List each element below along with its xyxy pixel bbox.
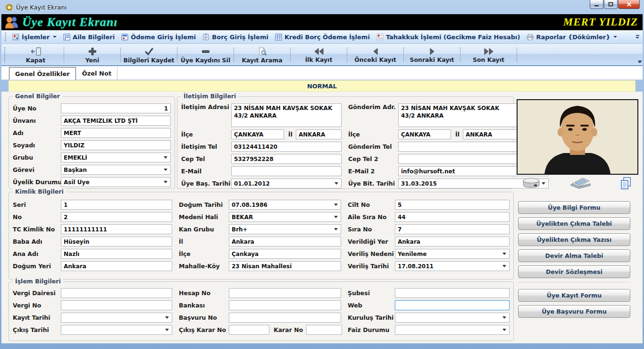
mahalle-koy-input[interactable] xyxy=(229,261,341,271)
field-label: Üyelik Durumu xyxy=(13,179,61,186)
verilis-nedeni-combobox[interactable]: Yenileme xyxy=(395,249,510,259)
field-label: Medeni Hali xyxy=(179,213,229,221)
seri-input[interactable] xyxy=(61,200,172,210)
bilgileri-kaydet-button[interactable]: Bilgileri Kaydet xyxy=(121,44,176,65)
vergi-dairesi-input[interactable] xyxy=(61,288,172,298)
il1-input[interactable] xyxy=(296,129,342,139)
toolbar-separator xyxy=(403,47,404,62)
baba-adi-input[interactable] xyxy=(61,237,172,247)
son-kayit-button[interactable]: Son Kayıt xyxy=(461,44,516,65)
menu-aile-bilgileri[interactable]: Aile Bilgileri xyxy=(60,32,118,42)
il-input[interactable] xyxy=(229,237,341,247)
field-cikis-tarihi: Çıkış Tarihi xyxy=(13,325,172,335)
kan-grubu-combobox[interactable]: Brh+ xyxy=(229,224,341,234)
iletisim-adresi-textarea[interactable]: 23 NİSAN MAH KAVŞAK SOKAK 43/2 ANKARA xyxy=(231,103,342,127)
menu-odeme-giris[interactable]: Ödeme Giriş İşlemi xyxy=(118,32,199,42)
side-buttons-divider xyxy=(518,282,630,282)
ana-adi-input[interactable] xyxy=(61,249,172,259)
kapat-button[interactable]: Kapat xyxy=(8,44,63,65)
hesap-no-input[interactable] xyxy=(229,288,341,298)
ilce-input[interactable] xyxy=(229,249,341,259)
verildigi-yer-input[interactable] xyxy=(395,237,510,247)
kayit-tarihi-datepicker[interactable] xyxy=(61,313,172,323)
vergi-no-input[interactable] xyxy=(61,300,172,310)
minimize-icon xyxy=(594,2,599,7)
chevron-down-icon xyxy=(502,329,506,331)
toolbar-overflow-button[interactable] xyxy=(637,44,643,65)
maximize-button[interactable] xyxy=(604,0,618,9)
devir-sozlesmesi-button[interactable]: Devir Sözleşmesi xyxy=(518,265,630,278)
save-disk-icon[interactable] xyxy=(521,178,541,189)
minimize-button[interactable] xyxy=(590,0,603,9)
field-label: E-Mail 2 xyxy=(348,168,398,175)
next-record-icon xyxy=(428,48,436,55)
dogum-tarihi-datepicker[interactable]: 07.08.1986 xyxy=(229,200,341,210)
uyelikten-cikma-yazisi-button[interactable]: Üyelikten Çıkma Yazısı xyxy=(518,233,630,246)
onceki-kayit-button[interactable]: Önceki Kayıt xyxy=(348,44,403,65)
tab-genel-ozellikler[interactable]: Genel Özellikler xyxy=(9,67,76,80)
ilce2-input[interactable] xyxy=(398,129,451,139)
menu-raporlar[interactable]: Raporlar {Dökümler} xyxy=(523,32,620,42)
cikis-karar-no-input[interactable] xyxy=(229,325,269,335)
devir-alma-talebi-button[interactable]: Devir Alma Talebi xyxy=(518,249,630,262)
kurulus-tarihi-datepicker[interactable] xyxy=(395,313,510,323)
menu-borc-giris[interactable]: Borç Giriş İşlemi xyxy=(199,32,272,42)
menu-kredi-borc-odeme[interactable]: Kredi Borç Ödeme İşlemi xyxy=(272,32,373,42)
cilt-no-input[interactable] xyxy=(395,200,510,210)
toolbar-grip[interactable] xyxy=(4,32,7,42)
unvani-input[interactable] xyxy=(61,116,171,126)
no-input[interactable] xyxy=(61,212,172,222)
field-label: Kayıt Tarihi xyxy=(13,314,61,321)
karar-no-input[interactable] xyxy=(306,325,342,335)
minus-icon xyxy=(201,47,210,56)
uye-bas-tarihi-datepicker[interactable]: 01.01.2012 xyxy=(231,179,342,188)
chevron-down-icon xyxy=(53,36,57,38)
tc-kimlik-no-input[interactable] xyxy=(61,224,172,234)
uyelikten-cikma-talebi-button[interactable]: Üyelikten Çıkma Talebi xyxy=(518,217,630,230)
aile-sira-no-input[interactable] xyxy=(395,212,510,222)
menu-islemler[interactable]: İşlemler xyxy=(9,32,60,42)
menubar-overflow-button[interactable] xyxy=(634,32,641,42)
bankasi-input[interactable] xyxy=(229,300,341,310)
menu-tahakkuk[interactable]: Tahakkuk İşlemi (Gecikme Faiz Hesabı) xyxy=(373,32,524,42)
toolbar-grip[interactable] xyxy=(3,47,6,63)
email-input[interactable] xyxy=(231,166,342,176)
adi-input[interactable] xyxy=(61,128,171,138)
ilk-kayit-button[interactable]: İlk Kayıt xyxy=(291,44,346,65)
cep-tel-input[interactable] xyxy=(231,154,342,164)
uye-kayit-formu-button[interactable]: Üye Kayıt Formu xyxy=(518,289,630,302)
tab-ozel-not[interactable]: Özel Not xyxy=(76,67,117,79)
uye-kaydini-sil-button[interactable]: Üye Kaydını Sil xyxy=(178,44,233,65)
uyelik-durumu-combobox[interactable]: Asil Üye xyxy=(61,177,171,187)
toolbar-separator xyxy=(64,47,64,62)
member-photo xyxy=(517,99,638,175)
medeni-hali-combobox[interactable]: BEKAR xyxy=(229,212,341,222)
ilce1-input[interactable] xyxy=(231,129,284,139)
faiz-durumu-combobox[interactable] xyxy=(395,325,510,335)
field-uye-no: Üye No xyxy=(13,103,171,113)
uye-bilgi-formu-button[interactable]: Üye Bilgi Formu xyxy=(518,201,630,214)
iletisim-tel-input[interactable] xyxy=(231,142,342,152)
grubu-combobox[interactable]: EMEKLİ xyxy=(61,153,171,162)
uye-no-input[interactable] xyxy=(61,103,171,113)
field-faiz-durumu: Faiz Durumu xyxy=(348,325,510,335)
kayit-arama-button[interactable]: Kayıt Arama xyxy=(234,44,290,65)
scanner-icon[interactable] xyxy=(569,177,592,189)
web-input[interactable] xyxy=(395,300,510,310)
gorevi-combobox[interactable]: Başkan xyxy=(61,165,171,175)
verilis-tarihi-datepicker[interactable]: 17.08.2011 xyxy=(395,261,510,271)
subesi-input[interactable] xyxy=(395,288,510,298)
soyadi-input[interactable] xyxy=(61,140,171,150)
chevron-down-icon xyxy=(334,216,338,218)
field-label: Kan Grubu xyxy=(179,226,229,233)
close-button[interactable] xyxy=(618,0,640,9)
basvuru-no-input[interactable] xyxy=(229,313,341,323)
uye-basvuru-formu-button[interactable]: Üye Başvuru Formu xyxy=(518,305,630,318)
yeni-button[interactable]: Yeni xyxy=(65,44,120,65)
menubar: İşlemler Aile Bilgileri Ödeme Giriş İşle… xyxy=(1,30,643,44)
sonraki-kayit-button[interactable]: Sonraki Kayıt xyxy=(404,44,460,65)
sira-no-input[interactable] xyxy=(395,224,510,234)
copy-documents-icon[interactable] xyxy=(619,177,634,190)
dogum-yeri-input[interactable] xyxy=(61,261,172,271)
cikis-tarihi-datepicker[interactable] xyxy=(61,325,172,335)
